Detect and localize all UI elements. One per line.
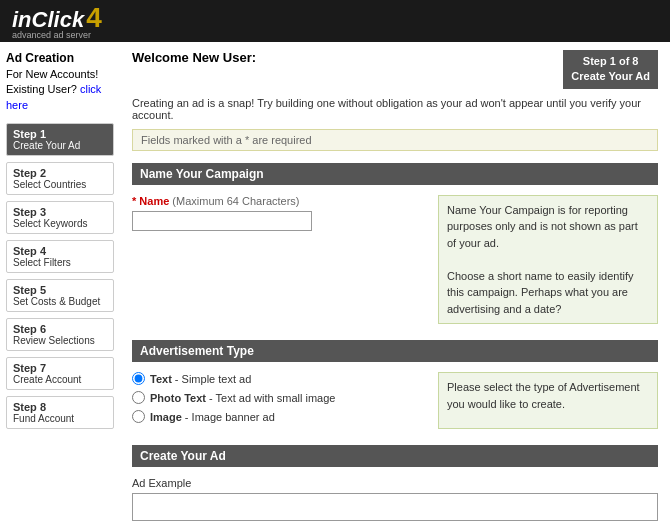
create-ad-header: Create Your Ad: [132, 445, 658, 467]
help-line1: Name Your Campaign is for reporting purp…: [447, 202, 649, 252]
welcome-text: Welcome New User:: [132, 50, 256, 65]
radio-image-input[interactable]: [132, 410, 145, 423]
sidebar-item-step2[interactable]: Step 2 Select Countries: [6, 162, 114, 195]
logo-num: 4: [86, 2, 102, 33]
existing-user-text: Existing User?: [6, 83, 77, 95]
step3-num: Step 3: [13, 206, 107, 218]
step1-num: Step 1: [13, 128, 107, 140]
ad-creation-info: Ad Creation For New Accounts! Existing U…: [6, 50, 114, 113]
name-campaign-section: Name Your Campaign * Name (Maximum 64 Ch…: [132, 163, 658, 325]
radio-photo-option: Photo Text - Text ad with small image: [132, 391, 426, 404]
step-badge-line1: Step 1 of 8: [571, 54, 650, 69]
step3-label: Select Keywords: [13, 218, 107, 229]
logo-text: inClick: [12, 7, 84, 32]
app-header: inClick4 advanced ad server: [0, 0, 670, 42]
ad-creation-subtitle: For New Accounts!: [6, 67, 114, 82]
sidebar: Ad Creation For New Accounts! Existing U…: [0, 42, 120, 532]
step-badge-line2: Create Your Ad: [571, 69, 650, 84]
step8-num: Step 8: [13, 401, 107, 413]
ad-type-help: Please select the type of Advertisement …: [438, 372, 658, 429]
name-campaign-help: Name Your Campaign is for reporting purp…: [438, 195, 658, 325]
radio-photo-label[interactable]: Photo Text - Text ad with small image: [150, 392, 335, 404]
main-layout: Ad Creation For New Accounts! Existing U…: [0, 42, 670, 532]
radio-photo-desc: - Text ad with small image: [206, 392, 335, 404]
sidebar-item-step7[interactable]: Step 7 Create Account: [6, 357, 114, 390]
radio-image-desc: - Image banner ad: [182, 411, 275, 423]
name-campaign-left: * Name (Maximum 64 Characters): [132, 195, 426, 325]
sidebar-item-step1[interactable]: Step 1 Create Your Ad: [6, 123, 114, 156]
radio-text-input[interactable]: [132, 372, 145, 385]
sidebar-item-step3[interactable]: Step 3 Select Keywords: [6, 201, 114, 234]
sidebar-item-step5[interactable]: Step 5 Set Costs & Budget: [6, 279, 114, 312]
content-area: Welcome New User: Step 1 of 8 Create You…: [120, 42, 670, 532]
sidebar-item-step8[interactable]: Step 8 Fund Account: [6, 396, 114, 429]
logo-sub: advanced ad server: [12, 30, 102, 40]
step2-label: Select Countries: [13, 179, 107, 190]
ad-type-row: Text - Simple text ad Photo Text - Text …: [132, 372, 658, 429]
radio-image-label[interactable]: Image - Image banner ad: [150, 411, 275, 423]
step1-label: Create Your Ad: [13, 140, 107, 151]
step5-num: Step 5: [13, 284, 107, 296]
help-line2: Choose a short name to easily identify t…: [447, 268, 649, 318]
sidebar-item-step6[interactable]: Step 6 Review Selections: [6, 318, 114, 351]
ad-type-section: Advertisement Type Text - Simple text ad…: [132, 340, 658, 429]
step6-num: Step 6: [13, 323, 107, 335]
ad-example-box: [132, 493, 658, 521]
ad-example-label: Ad Example: [132, 477, 658, 489]
name-field-label: * Name (Maximum 64 Characters): [132, 195, 426, 207]
name-campaign-header: Name Your Campaign: [132, 163, 658, 185]
sidebar-item-step4[interactable]: Step 4 Select Filters: [6, 240, 114, 273]
intro-text: Creating an ad is a snap! Try building o…: [132, 97, 658, 121]
create-ad-section: Create Your Ad Ad Example: [132, 445, 658, 521]
content-header: Welcome New User: Step 1 of 8 Create You…: [132, 50, 658, 89]
radio-text-option: Text - Simple text ad: [132, 372, 426, 385]
radio-photo-bold: Photo Text: [150, 392, 206, 404]
step7-num: Step 7: [13, 362, 107, 374]
field-hint: (Maximum 64 Characters): [172, 195, 299, 207]
required-star: * Name: [132, 195, 169, 207]
required-notice: Fields marked with a * are required: [132, 129, 658, 151]
step6-label: Review Selections: [13, 335, 107, 346]
radio-photo-input[interactable]: [132, 391, 145, 404]
radio-text-bold: Text: [150, 373, 172, 385]
radio-image-option: Image - Image banner ad: [132, 410, 426, 423]
step5-label: Set Costs & Budget: [13, 296, 107, 307]
logo: inClick4 advanced ad server: [12, 2, 102, 40]
ad-type-options: Text - Simple text ad Photo Text - Text …: [132, 372, 426, 429]
ad-type-header: Advertisement Type: [132, 340, 658, 362]
step4-label: Select Filters: [13, 257, 107, 268]
campaign-name-input[interactable]: [132, 211, 312, 231]
step-badge: Step 1 of 8 Create Your Ad: [563, 50, 658, 89]
radio-text-desc: - Simple text ad: [172, 373, 251, 385]
name-campaign-row: * Name (Maximum 64 Characters) Name Your…: [132, 195, 658, 325]
step2-num: Step 2: [13, 167, 107, 179]
step8-label: Fund Account: [13, 413, 107, 424]
step4-num: Step 4: [13, 245, 107, 257]
radio-image-bold: Image: [150, 411, 182, 423]
ad-creation-title: Ad Creation: [6, 50, 114, 67]
step7-label: Create Account: [13, 374, 107, 385]
radio-text-label[interactable]: Text - Simple text ad: [150, 373, 251, 385]
